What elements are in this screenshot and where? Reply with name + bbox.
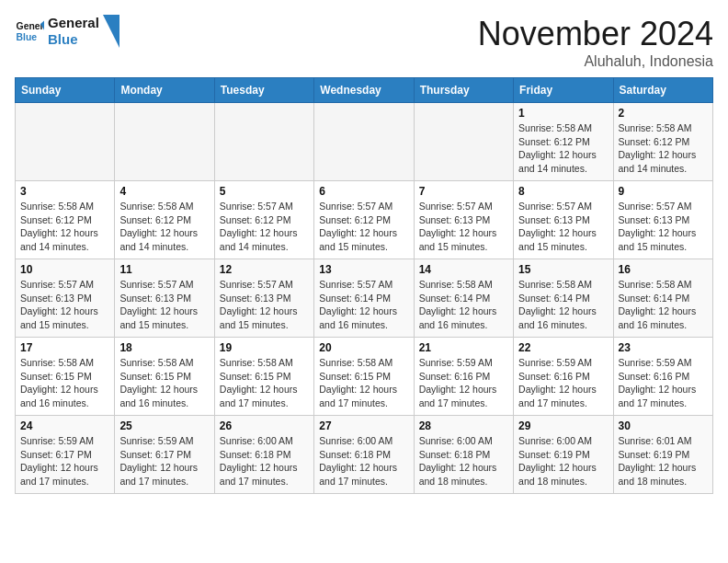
day-info: Sunrise: 5:58 AMSunset: 6:12 PMDaylight:… [20, 200, 109, 254]
calendar-week-5: 24Sunrise: 5:59 AMSunset: 6:17 PMDayligh… [16, 416, 713, 494]
day-number: 19 [220, 341, 309, 354]
calendar-cell [214, 103, 313, 181]
logo-text-blue: Blue [48, 31, 99, 48]
calendar-table: SundayMondayTuesdayWednesdayThursdayFrid… [15, 77, 713, 494]
day-number: 21 [419, 341, 508, 354]
day-info: Sunrise: 5:59 AMSunset: 6:17 PMDaylight:… [119, 434, 209, 488]
calendar-cell: 29Sunrise: 6:00 AMSunset: 6:19 PMDayligh… [514, 416, 613, 494]
calendar-cell: 25Sunrise: 5:59 AMSunset: 6:17 PMDayligh… [115, 416, 214, 494]
logo-text-general: General [48, 15, 99, 31]
location: Aluhaluh, Indonesia [478, 53, 713, 70]
weekday-header-monday: Monday [115, 78, 214, 103]
calendar-cell: 4Sunrise: 5:58 AMSunset: 6:12 PMDaylight… [115, 181, 214, 259]
weekday-header-friday: Friday [514, 78, 613, 103]
calendar-cell: 21Sunrise: 5:59 AMSunset: 6:16 PMDayligh… [414, 338, 513, 416]
day-number: 27 [319, 419, 408, 432]
day-info: Sunrise: 5:58 AMSunset: 6:15 PMDaylight:… [220, 356, 309, 410]
calendar-cell: 5Sunrise: 5:57 AMSunset: 6:12 PMDaylight… [214, 181, 313, 259]
day-number: 3 [20, 185, 109, 198]
day-info: Sunrise: 5:59 AMSunset: 6:16 PMDaylight:… [518, 356, 608, 410]
day-info: Sunrise: 6:00 AMSunset: 6:18 PMDaylight:… [319, 434, 408, 488]
calendar-cell: 13Sunrise: 5:57 AMSunset: 6:14 PMDayligh… [314, 259, 414, 338]
calendar-cell: 10Sunrise: 5:57 AMSunset: 6:13 PMDayligh… [16, 259, 115, 338]
day-info: Sunrise: 5:57 AMSunset: 6:12 PMDaylight:… [220, 200, 309, 254]
day-number: 22 [518, 341, 608, 354]
day-number: 1 [518, 107, 608, 120]
calendar-cell: 15Sunrise: 5:58 AMSunset: 6:14 PMDayligh… [514, 259, 613, 338]
calendar-cell: 17Sunrise: 5:58 AMSunset: 6:15 PMDayligh… [16, 338, 115, 416]
logo-icon: General Blue [15, 17, 44, 46]
day-info: Sunrise: 5:57 AMSunset: 6:12 PMDaylight:… [319, 200, 408, 254]
logo-arrow-icon [103, 15, 119, 48]
calendar-cell: 1Sunrise: 5:58 AMSunset: 6:12 PMDaylight… [514, 103, 613, 181]
day-info: Sunrise: 5:57 AMSunset: 6:13 PMDaylight:… [220, 278, 309, 332]
calendar-cell: 7Sunrise: 5:57 AMSunset: 6:13 PMDaylight… [414, 181, 513, 259]
calendar-cell: 14Sunrise: 5:58 AMSunset: 6:14 PMDayligh… [414, 259, 513, 338]
calendar-cell: 30Sunrise: 6:01 AMSunset: 6:19 PMDayligh… [613, 416, 712, 494]
day-info: Sunrise: 6:00 AMSunset: 6:18 PMDaylight:… [220, 434, 309, 488]
day-info: Sunrise: 5:58 AMSunset: 6:14 PMDaylight:… [419, 278, 508, 332]
day-info: Sunrise: 5:58 AMSunset: 6:15 PMDaylight:… [119, 356, 209, 410]
calendar-week-1: 1Sunrise: 5:58 AMSunset: 6:12 PMDaylight… [16, 103, 713, 181]
logo: General Blue General Blue [15, 15, 119, 48]
day-number: 2 [619, 107, 708, 120]
calendar-cell: 28Sunrise: 6:00 AMSunset: 6:18 PMDayligh… [414, 416, 513, 494]
day-number: 18 [119, 341, 209, 354]
day-number: 8 [518, 185, 608, 198]
day-info: Sunrise: 5:57 AMSunset: 6:13 PMDaylight:… [419, 200, 508, 254]
calendar-cell: 3Sunrise: 5:58 AMSunset: 6:12 PMDaylight… [16, 181, 115, 259]
day-info: Sunrise: 6:01 AMSunset: 6:19 PMDaylight:… [619, 434, 708, 488]
day-info: Sunrise: 5:58 AMSunset: 6:14 PMDaylight:… [619, 278, 708, 332]
day-number: 14 [419, 263, 508, 276]
calendar-cell: 2Sunrise: 5:58 AMSunset: 6:12 PMDaylight… [613, 103, 712, 181]
day-info: Sunrise: 6:00 AMSunset: 6:19 PMDaylight:… [518, 434, 608, 488]
day-number: 9 [619, 185, 708, 198]
day-info: Sunrise: 5:57 AMSunset: 6:13 PMDaylight:… [619, 200, 708, 254]
calendar-cell: 27Sunrise: 6:00 AMSunset: 6:18 PMDayligh… [314, 416, 414, 494]
day-info: Sunrise: 5:57 AMSunset: 6:13 PMDaylight:… [20, 278, 109, 332]
day-number: 23 [619, 341, 708, 354]
calendar-cell: 20Sunrise: 5:58 AMSunset: 6:15 PMDayligh… [314, 338, 414, 416]
calendar-week-4: 17Sunrise: 5:58 AMSunset: 6:15 PMDayligh… [16, 338, 713, 416]
day-info: Sunrise: 5:59 AMSunset: 6:16 PMDaylight:… [619, 356, 708, 410]
day-number: 6 [319, 185, 408, 198]
day-number: 15 [518, 263, 608, 276]
calendar-cell [314, 103, 414, 181]
calendar-cell: 8Sunrise: 5:57 AMSunset: 6:13 PMDaylight… [514, 181, 613, 259]
day-number: 17 [20, 341, 109, 354]
day-number: 25 [119, 419, 209, 432]
day-number: 11 [119, 263, 209, 276]
weekday-header-saturday: Saturday [613, 78, 712, 103]
calendar-cell [16, 103, 115, 181]
day-number: 30 [619, 419, 708, 432]
day-number: 10 [20, 263, 109, 276]
weekday-header-sunday: Sunday [16, 78, 115, 103]
day-number: 16 [619, 263, 708, 276]
weekday-header-tuesday: Tuesday [214, 78, 313, 103]
calendar-cell [414, 103, 513, 181]
day-info: Sunrise: 5:57 AMSunset: 6:13 PMDaylight:… [518, 200, 608, 254]
svg-text:General: General [17, 21, 44, 31]
calendar-week-2: 3Sunrise: 5:58 AMSunset: 6:12 PMDaylight… [16, 181, 713, 259]
svg-marker-3 [103, 15, 119, 48]
calendar-cell: 24Sunrise: 5:59 AMSunset: 6:17 PMDayligh… [16, 416, 115, 494]
calendar-week-3: 10Sunrise: 5:57 AMSunset: 6:13 PMDayligh… [16, 259, 713, 338]
day-info: Sunrise: 5:57 AMSunset: 6:13 PMDaylight:… [119, 278, 209, 332]
day-info: Sunrise: 5:57 AMSunset: 6:14 PMDaylight:… [319, 278, 408, 332]
page-header: General Blue General Blue November 2024 … [15, 15, 713, 70]
svg-text:Blue: Blue [17, 32, 38, 42]
day-number: 26 [220, 419, 309, 432]
calendar-cell: 26Sunrise: 6:00 AMSunset: 6:18 PMDayligh… [214, 416, 313, 494]
calendar-cell: 19Sunrise: 5:58 AMSunset: 6:15 PMDayligh… [214, 338, 313, 416]
day-info: Sunrise: 6:00 AMSunset: 6:18 PMDaylight:… [419, 434, 508, 488]
day-number: 7 [419, 185, 508, 198]
calendar-cell: 16Sunrise: 5:58 AMSunset: 6:14 PMDayligh… [613, 259, 712, 338]
day-number: 20 [319, 341, 408, 354]
calendar-cell: 18Sunrise: 5:58 AMSunset: 6:15 PMDayligh… [115, 338, 214, 416]
weekday-header-thursday: Thursday [414, 78, 513, 103]
day-number: 4 [119, 185, 209, 198]
day-number: 29 [518, 419, 608, 432]
day-number: 13 [319, 263, 408, 276]
calendar-cell: 11Sunrise: 5:57 AMSunset: 6:13 PMDayligh… [115, 259, 214, 338]
day-number: 5 [220, 185, 309, 198]
